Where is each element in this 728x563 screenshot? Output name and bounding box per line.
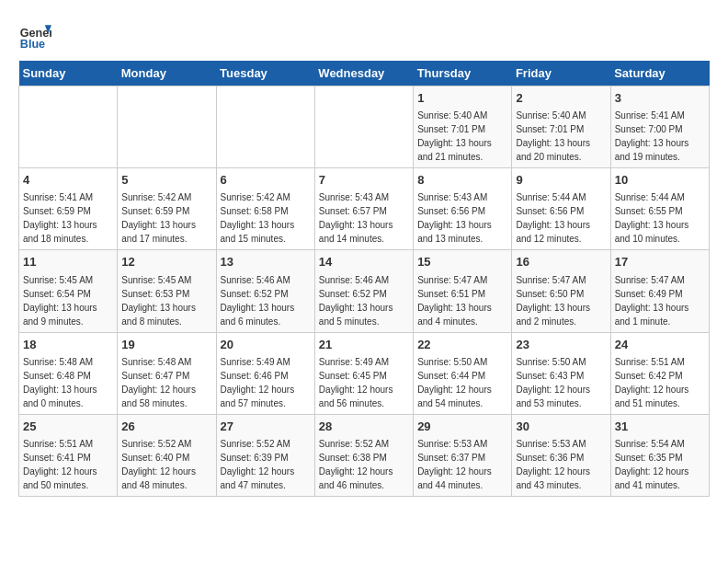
calendar-cell: 2Sunrise: 5:40 AMSunset: 7:01 PMDaylight… xyxy=(512,86,610,168)
calendar-header-row: SundayMondayTuesdayWednesdayThursdayFrid… xyxy=(19,61,710,86)
calendar-cell: 30Sunrise: 5:53 AMSunset: 6:36 PMDayligh… xyxy=(512,414,610,496)
calendar-week-row: 25Sunrise: 5:51 AMSunset: 6:41 PMDayligh… xyxy=(19,414,710,496)
day-number: 3 xyxy=(615,90,705,107)
day-info: Sunrise: 5:48 AMSunset: 6:48 PMDaylight:… xyxy=(23,355,113,410)
day-info: Sunrise: 5:51 AMSunset: 6:42 PMDaylight:… xyxy=(615,355,705,410)
day-number: 5 xyxy=(121,172,211,189)
calendar-cell: 16Sunrise: 5:47 AMSunset: 6:50 PMDayligh… xyxy=(512,250,610,332)
day-info: Sunrise: 5:47 AMSunset: 6:50 PMDaylight:… xyxy=(516,273,606,328)
col-header-monday: Monday xyxy=(118,61,216,86)
day-info: Sunrise: 5:42 AMSunset: 6:59 PMDaylight:… xyxy=(121,190,211,246)
day-info: Sunrise: 5:49 AMSunset: 6:46 PMDaylight:… xyxy=(221,355,311,410)
day-number: 11 xyxy=(23,254,113,270)
calendar-cell: 27Sunrise: 5:52 AMSunset: 6:39 PMDayligh… xyxy=(216,414,314,496)
calendar-cell xyxy=(216,86,314,168)
calendar-cell: 24Sunrise: 5:51 AMSunset: 6:42 PMDayligh… xyxy=(610,332,709,414)
calendar-cell: 25Sunrise: 5:51 AMSunset: 6:41 PMDayligh… xyxy=(19,414,118,496)
calendar-cell: 23Sunrise: 5:50 AMSunset: 6:43 PMDayligh… xyxy=(512,332,610,414)
day-info: Sunrise: 5:47 AMSunset: 6:51 PMDaylight:… xyxy=(417,273,507,328)
day-number: 15 xyxy=(417,254,507,270)
day-info: Sunrise: 5:42 AMSunset: 6:58 PMDaylight:… xyxy=(221,190,311,246)
day-number: 2 xyxy=(516,90,606,107)
day-info: Sunrise: 5:53 AMSunset: 6:36 PMDaylight:… xyxy=(516,437,606,492)
day-number: 13 xyxy=(221,254,311,270)
day-info: Sunrise: 5:43 AMSunset: 6:56 PMDaylight:… xyxy=(417,190,507,246)
calendar-cell: 8Sunrise: 5:43 AMSunset: 6:56 PMDaylight… xyxy=(414,168,512,250)
calendar-cell: 10Sunrise: 5:44 AMSunset: 6:55 PMDayligh… xyxy=(610,168,709,250)
calendar-cell: 26Sunrise: 5:52 AMSunset: 6:40 PMDayligh… xyxy=(118,414,216,496)
day-info: Sunrise: 5:43 AMSunset: 6:57 PMDaylight:… xyxy=(319,190,409,246)
day-info: Sunrise: 5:40 AMSunset: 7:01 PMDaylight:… xyxy=(417,109,507,164)
day-info: Sunrise: 5:54 AMSunset: 6:35 PMDaylight:… xyxy=(615,437,705,492)
svg-text:Blue: Blue xyxy=(20,38,45,51)
day-number: 9 xyxy=(516,172,606,189)
day-info: Sunrise: 5:52 AMSunset: 6:38 PMDaylight:… xyxy=(319,437,409,492)
calendar-cell: 19Sunrise: 5:48 AMSunset: 6:47 PMDayligh… xyxy=(118,332,216,414)
day-number: 21 xyxy=(319,337,409,353)
calendar-cell: 28Sunrise: 5:52 AMSunset: 6:38 PMDayligh… xyxy=(314,414,413,496)
calendar-cell: 31Sunrise: 5:54 AMSunset: 6:35 PMDayligh… xyxy=(610,414,709,496)
day-info: Sunrise: 5:52 AMSunset: 6:39 PMDaylight:… xyxy=(221,437,311,492)
day-info: Sunrise: 5:41 AMSunset: 6:59 PMDaylight:… xyxy=(23,190,113,246)
day-number: 25 xyxy=(23,419,113,435)
day-number: 6 xyxy=(221,172,311,189)
calendar-cell: 11Sunrise: 5:45 AMSunset: 6:54 PMDayligh… xyxy=(19,250,118,332)
day-number: 1 xyxy=(417,90,507,107)
calendar-cell xyxy=(19,86,118,168)
day-number: 27 xyxy=(221,419,311,435)
calendar-week-row: 11Sunrise: 5:45 AMSunset: 6:54 PMDayligh… xyxy=(19,250,710,332)
day-info: Sunrise: 5:45 AMSunset: 6:54 PMDaylight:… xyxy=(23,273,113,328)
calendar-cell: 14Sunrise: 5:46 AMSunset: 6:52 PMDayligh… xyxy=(314,250,413,332)
day-info: Sunrise: 5:46 AMSunset: 6:52 PMDaylight:… xyxy=(319,273,409,328)
day-number: 28 xyxy=(319,419,409,435)
calendar-cell: 22Sunrise: 5:50 AMSunset: 6:44 PMDayligh… xyxy=(414,332,512,414)
logo-icon: General Blue xyxy=(18,18,51,52)
day-number: 17 xyxy=(615,254,705,270)
col-header-sunday: Sunday xyxy=(19,61,118,86)
day-number: 29 xyxy=(417,419,507,435)
calendar-cell: 5Sunrise: 5:42 AMSunset: 6:59 PMDaylight… xyxy=(118,168,216,250)
calendar-week-row: 18Sunrise: 5:48 AMSunset: 6:48 PMDayligh… xyxy=(19,332,710,414)
col-header-friday: Friday xyxy=(512,61,610,86)
day-info: Sunrise: 5:41 AMSunset: 7:00 PMDaylight:… xyxy=(615,109,705,164)
day-info: Sunrise: 5:50 AMSunset: 6:43 PMDaylight:… xyxy=(516,355,606,410)
day-info: Sunrise: 5:53 AMSunset: 6:37 PMDaylight:… xyxy=(417,437,507,492)
calendar-cell: 29Sunrise: 5:53 AMSunset: 6:37 PMDayligh… xyxy=(414,414,512,496)
calendar-cell: 17Sunrise: 5:47 AMSunset: 6:49 PMDayligh… xyxy=(610,250,709,332)
day-info: Sunrise: 5:47 AMSunset: 6:49 PMDaylight:… xyxy=(615,273,705,328)
day-number: 26 xyxy=(121,419,211,435)
logo: General Blue xyxy=(18,18,51,52)
day-number: 31 xyxy=(615,419,705,435)
calendar-cell: 12Sunrise: 5:45 AMSunset: 6:53 PMDayligh… xyxy=(118,250,216,332)
day-number: 24 xyxy=(615,337,705,353)
day-info: Sunrise: 5:48 AMSunset: 6:47 PMDaylight:… xyxy=(121,355,211,410)
calendar-cell: 15Sunrise: 5:47 AMSunset: 6:51 PMDayligh… xyxy=(414,250,512,332)
day-info: Sunrise: 5:50 AMSunset: 6:44 PMDaylight:… xyxy=(417,355,507,410)
calendar-table: SundayMondayTuesdayWednesdayThursdayFrid… xyxy=(18,61,710,497)
day-number: 4 xyxy=(23,172,113,189)
calendar-week-row: 4Sunrise: 5:41 AMSunset: 6:59 PMDaylight… xyxy=(19,168,710,250)
calendar-cell: 6Sunrise: 5:42 AMSunset: 6:58 PMDaylight… xyxy=(216,168,314,250)
day-number: 12 xyxy=(121,254,211,270)
day-info: Sunrise: 5:44 AMSunset: 6:56 PMDaylight:… xyxy=(516,190,606,246)
col-header-wednesday: Wednesday xyxy=(314,61,413,86)
day-number: 20 xyxy=(221,337,311,353)
day-number: 14 xyxy=(319,254,409,270)
page-header: General Blue xyxy=(18,18,710,52)
calendar-cell: 13Sunrise: 5:46 AMSunset: 6:52 PMDayligh… xyxy=(216,250,314,332)
col-header-saturday: Saturday xyxy=(610,61,709,86)
col-header-tuesday: Tuesday xyxy=(216,61,314,86)
day-number: 19 xyxy=(121,337,211,353)
col-header-thursday: Thursday xyxy=(414,61,512,86)
calendar-cell: 3Sunrise: 5:41 AMSunset: 7:00 PMDaylight… xyxy=(610,86,709,168)
day-number: 8 xyxy=(417,172,507,189)
calendar-cell: 20Sunrise: 5:49 AMSunset: 6:46 PMDayligh… xyxy=(216,332,314,414)
day-info: Sunrise: 5:49 AMSunset: 6:45 PMDaylight:… xyxy=(319,355,409,410)
calendar-cell: 18Sunrise: 5:48 AMSunset: 6:48 PMDayligh… xyxy=(19,332,118,414)
day-info: Sunrise: 5:52 AMSunset: 6:40 PMDaylight:… xyxy=(121,437,211,492)
calendar-cell: 4Sunrise: 5:41 AMSunset: 6:59 PMDaylight… xyxy=(19,168,118,250)
calendar-cell xyxy=(118,86,216,168)
day-number: 18 xyxy=(23,337,113,353)
day-number: 7 xyxy=(319,172,409,189)
calendar-cell: 9Sunrise: 5:44 AMSunset: 6:56 PMDaylight… xyxy=(512,168,610,250)
